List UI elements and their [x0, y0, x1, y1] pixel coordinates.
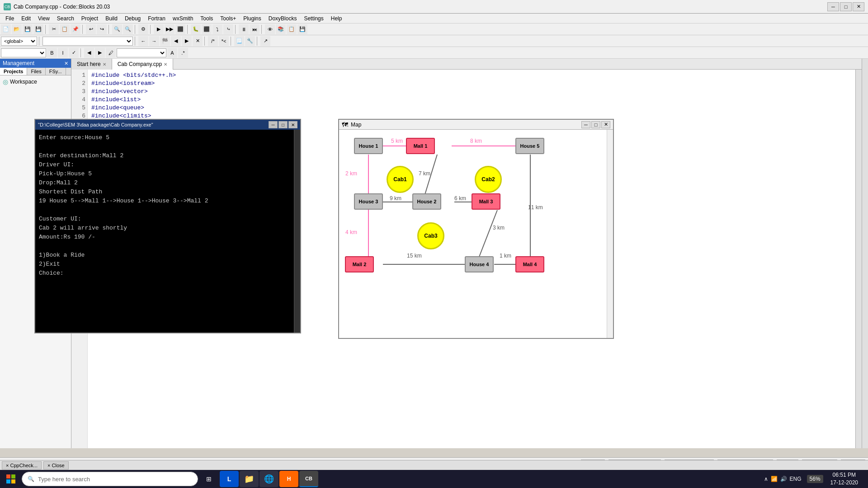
nav-back-button[interactable]: ←	[138, 36, 148, 46]
run-button[interactable]: ▶▶	[165, 24, 175, 34]
bookmark-button[interactable]: 🏁	[160, 36, 170, 46]
editor-scrollbar[interactable]	[855, 70, 862, 448]
abbrev-button[interactable]: 📃	[234, 36, 244, 46]
menu-item-wxsmith[interactable]: wxSmith	[169, 14, 197, 23]
collapse-button[interactable]: /*	[208, 36, 218, 46]
sidebar-tab-2[interactable]: FSy...	[46, 68, 66, 75]
maximize-button[interactable]: □	[840, 2, 852, 11]
redo-button[interactable]: ↪	[97, 24, 107, 34]
italic-button[interactable]: I	[58, 48, 68, 58]
tab-close-1[interactable]: ✕	[164, 62, 167, 67]
console-close-button[interactable]: ✕	[288, 121, 297, 128]
close-button[interactable]: ✕	[853, 2, 864, 11]
replace-button[interactable]: 🔍	[123, 24, 133, 34]
sidebar-tab-1[interactable]: Files	[27, 68, 45, 75]
console-minimize-button[interactable]: ─	[269, 121, 278, 128]
show-desktop-button[interactable]	[863, 470, 866, 488]
editor-tab-1[interactable]: Cab Company.cpp ✕	[112, 59, 174, 70]
scope-combo[interactable]: <global>	[1, 37, 37, 46]
taskbar-app-codeblocks[interactable]: CB	[299, 471, 318, 487]
highlight-button[interactable]: 🖊	[106, 48, 116, 58]
debug-stop-button[interactable]: ⬛	[202, 24, 212, 34]
sidebar-tabs: ProjectsFilesFSy...	[0, 68, 71, 75]
taskbar-app-chrome[interactable]: 🌐	[259, 471, 278, 487]
clear-bookmark-button[interactable]: ✕	[193, 36, 203, 46]
map-minimize-button[interactable]: ─	[581, 121, 590, 128]
search-combo[interactable]	[117, 48, 166, 57]
expand-button[interactable]: *<	[219, 36, 229, 46]
menu-item-project[interactable]: Project	[78, 14, 102, 23]
cut-button[interactable]: ✂	[49, 24, 59, 34]
prev-bookmark-button[interactable]: ◀	[171, 36, 181, 46]
console-scrollbar[interactable]	[294, 130, 300, 333]
map-close-button[interactable]: ✕	[601, 121, 610, 128]
task-view-button[interactable]: ⊞	[200, 471, 218, 487]
tab-close-0[interactable]: ✕	[103, 62, 106, 67]
stack-button[interactable]: 📚	[276, 24, 286, 34]
sidebar-close-button[interactable]: ✕	[64, 61, 68, 66]
save-all-button[interactable]: 💾	[33, 24, 43, 34]
minimize-button[interactable]: ─	[827, 2, 839, 11]
sidebar-tab-0[interactable]: Projects	[0, 68, 27, 75]
watches-button[interactable]: 👁	[265, 24, 275, 34]
close-tab[interactable]: × Close	[43, 461, 69, 469]
menu-item-file[interactable]: File	[2, 14, 18, 23]
menu-item-edit[interactable]: Edit	[18, 14, 34, 23]
stop-button[interactable]: ⬛	[175, 24, 185, 34]
taskbar-app-L[interactable]: L	[220, 471, 239, 487]
more-button[interactable]: 🔧	[245, 36, 255, 46]
menu-item-tools+[interactable]: Tools+	[217, 14, 240, 23]
open-file-button[interactable]: 📂	[12, 24, 22, 34]
start-button[interactable]	[2, 471, 20, 487]
menu-item-build[interactable]: Build	[102, 14, 121, 23]
right-scrollbar[interactable]	[862, 59, 868, 448]
disassemble-button[interactable]: 📋	[287, 24, 297, 34]
menu-item-help[interactable]: Help	[327, 14, 346, 23]
map-maximize-button[interactable]: □	[591, 121, 600, 128]
next-btn2[interactable]: ▶	[95, 48, 105, 58]
editor-tab-0[interactable]: Start here ✕	[71, 59, 112, 70]
debug-button[interactable]: 🐛	[191, 24, 201, 34]
volume-icon[interactable]: 🔊	[780, 476, 787, 482]
menu-item-settings[interactable]: Settings	[300, 14, 327, 23]
debug-step-button[interactable]: ⤷	[223, 24, 233, 34]
debug-next-button[interactable]: ⤵	[212, 24, 222, 34]
save-file-button[interactable]: 💾	[23, 24, 33, 34]
taskbar-search-box[interactable]: 🔍 Type here to search	[22, 472, 198, 486]
continue-button[interactable]: ⏭	[250, 24, 259, 34]
undo-button[interactable]: ↩	[86, 24, 96, 34]
jump-button[interactable]: ↗	[260, 36, 270, 46]
menu-item-debug[interactable]: Debug	[121, 14, 144, 23]
style-combo[interactable]	[1, 48, 46, 57]
nav-fwd-button[interactable]: →	[149, 36, 159, 46]
cppcheck-tab[interactable]: × CppCheck...	[2, 461, 42, 469]
find-button[interactable]: 🔍	[112, 24, 122, 34]
regex-button[interactable]: .*	[178, 48, 188, 58]
pause-button[interactable]: ⏸	[239, 24, 249, 34]
console-restore-button[interactable]: □	[278, 121, 288, 128]
menu-item-fortran[interactable]: Fortran	[144, 14, 169, 23]
prev-button[interactable]: ◀	[84, 48, 94, 58]
up-arrow-icon[interactable]: ∧	[764, 476, 768, 482]
menu-item-tools[interactable]: Tools	[197, 14, 217, 23]
new-file-button[interactable]: 📄	[1, 24, 11, 34]
map-scrollbar[interactable]	[607, 130, 613, 338]
console-content[interactable]: Enter source:House 5 Enter destination:M…	[35, 130, 294, 333]
settings-button[interactable]: ⚙	[138, 24, 148, 34]
menu-item-doxyblocks[interactable]: DoxyBlocks	[265, 14, 301, 23]
next-bookmark-button[interactable]: ▶	[182, 36, 192, 46]
menu-item-plugins[interactable]: Plugins	[240, 14, 264, 23]
menu-item-view[interactable]: View	[34, 14, 53, 23]
code-combo[interactable]	[42, 37, 133, 46]
taskbar-app-files[interactable]: 📁	[240, 471, 259, 487]
sidebar-workspace-item[interactable]: ◎ Workspace	[2, 77, 69, 86]
taskbar-app-hxd[interactable]: H	[279, 471, 298, 487]
font-button[interactable]: A	[167, 48, 177, 58]
memory-button[interactable]: 💾	[297, 24, 307, 34]
copy-button[interactable]: 📋	[60, 24, 70, 34]
paste-button[interactable]: 📌	[71, 24, 80, 34]
spellcheck-button[interactable]: ✓	[69, 48, 79, 58]
bold-button[interactable]: B	[47, 48, 57, 58]
menu-item-search[interactable]: Search	[53, 14, 78, 23]
build-button[interactable]: ▶	[154, 24, 164, 34]
